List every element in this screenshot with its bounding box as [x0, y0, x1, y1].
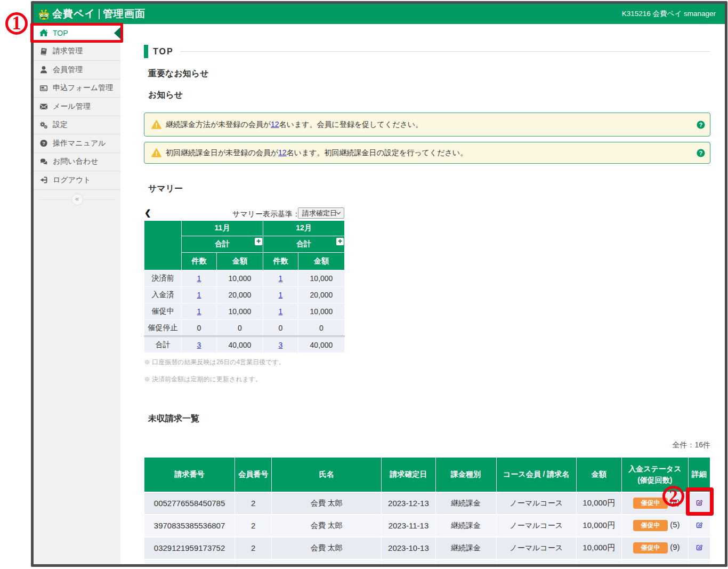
svg-text:?: ? — [42, 141, 45, 146]
svg-text:?: ? — [699, 149, 702, 156]
svg-text:?: ? — [699, 121, 702, 127]
